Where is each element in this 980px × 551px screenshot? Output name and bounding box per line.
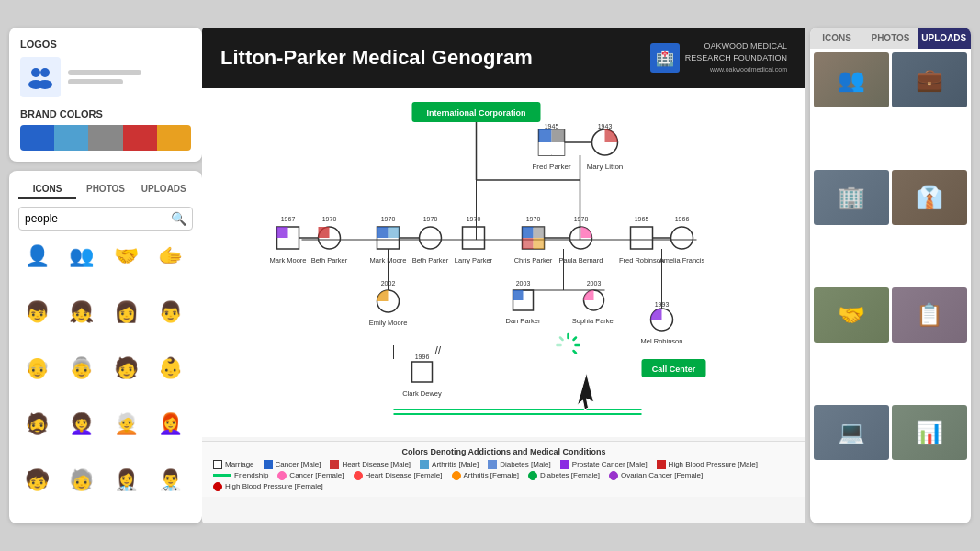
- svg-text:1970: 1970: [423, 216, 438, 222]
- genogram-title: Litton-Parker Medical Genogram: [220, 46, 533, 70]
- svg-point-0: [31, 68, 40, 77]
- legend-arthritis-female: Arthritis [Female]: [452, 471, 519, 480]
- svg-text:Mary Litton: Mary Litton: [587, 163, 624, 171]
- icon-item[interactable]: 👤: [18, 238, 55, 275]
- svg-text://: //: [435, 344, 442, 357]
- photo-item[interactable]: 💻: [814, 405, 889, 460]
- svg-point-34: [420, 227, 442, 249]
- org-name: OAKWOOD MEDICALRESEARCH FOUNDATIONwww.oa…: [685, 40, 787, 75]
- svg-rect-29: [377, 227, 389, 238]
- icon-item[interactable]: 👨: [152, 294, 189, 331]
- legend-bloodpressure-female: High Blood Pressure [Female]: [213, 482, 323, 491]
- icon-item[interactable]: 👩‍⚕️: [107, 462, 144, 499]
- svg-text:Beth Parker: Beth Parker: [311, 256, 348, 264]
- svg-line-86: [574, 337, 577, 340]
- legend-bloodpressure-male: High Blood Pressure [Male]: [657, 460, 758, 469]
- genogram-svg: International Corporation Fred Parker 19…: [202, 88, 805, 437]
- svg-text:Amelia Francis: Amelia Francis: [659, 256, 705, 264]
- photo-item[interactable]: 📋: [892, 287, 967, 343]
- right-panel-tabs: ICONS PHOTOS UPLOADS: [810, 28, 971, 49]
- icon-item[interactable]: 👦: [18, 294, 55, 331]
- svg-point-1: [40, 68, 50, 77]
- photo-item[interactable]: 🤝: [814, 287, 889, 343]
- svg-text:1970: 1970: [467, 216, 481, 222]
- icon-item[interactable]: 👧: [63, 294, 100, 331]
- legend-items: Marriage Cancer [Male] Heart Disease [Ma…: [213, 460, 794, 491]
- swatch-blue[interactable]: [20, 125, 54, 151]
- logo-preview: [20, 57, 191, 97]
- swatch-red[interactable]: [123, 125, 157, 151]
- icon-item[interactable]: 🧓: [63, 462, 100, 499]
- logo-icon: [20, 57, 61, 97]
- svg-text:Mel Robinson: Mel Robinson: [641, 337, 683, 345]
- svg-rect-42: [534, 227, 545, 238]
- svg-text:Fred Robinson: Fred Robinson: [619, 256, 664, 264]
- svg-text:1967: 1967: [281, 216, 296, 222]
- svg-text:1993: 1993: [655, 301, 670, 308]
- right-tab-icons[interactable]: ICONS: [810, 28, 863, 49]
- icons-panel: ICONS PHOTOS UPLOADS 🔍 👤 👥 🤝 🫱 👦 👧 👩 👨 👴…: [9, 171, 202, 523]
- svg-text:Chris Parker: Chris Parker: [514, 256, 553, 264]
- icon-item[interactable]: 🧑: [107, 350, 144, 387]
- svg-text:1978: 1978: [574, 216, 589, 222]
- legend-diabetes-male: Diabetes [Male]: [488, 460, 551, 469]
- legend-prostate-male: Prostate Cancer [Male]: [560, 460, 648, 469]
- right-tab-uploads[interactable]: UPLOADS: [918, 28, 971, 49]
- icon-item[interactable]: 🧔: [18, 406, 55, 443]
- swatch-gray[interactable]: [88, 125, 122, 151]
- svg-text:1970: 1970: [381, 216, 396, 222]
- photo-item[interactable]: 💼: [892, 52, 967, 107]
- logos-title: LOGOS: [20, 39, 191, 50]
- legend-marriage: Marriage: [213, 460, 254, 469]
- icon-item[interactable]: 👴: [18, 350, 55, 387]
- left-panel: LOGOS BRAND COLORS: [9, 28, 202, 523]
- svg-rect-51: [631, 227, 653, 249]
- legend-heartdisease-female: Heart Disease [Female]: [354, 471, 443, 480]
- svg-text:2003: 2003: [587, 280, 602, 287]
- svg-text:Mark Moore: Mark Moore: [269, 256, 306, 264]
- org-logo-icon: 🏥: [650, 43, 680, 73]
- logo-line-2: [68, 79, 123, 84]
- svg-rect-30: [389, 227, 400, 238]
- icon-item[interactable]: 👨‍⚕️: [152, 462, 189, 499]
- swatch-yellow[interactable]: [157, 125, 191, 151]
- svg-text:2002: 2002: [381, 280, 396, 287]
- svg-text:Call Center: Call Center: [652, 365, 696, 374]
- color-swatches: [20, 125, 191, 151]
- svg-rect-78: [412, 362, 433, 382]
- brand-colors-title: BRAND COLORS: [20, 108, 191, 119]
- photo-item[interactable]: 👥: [814, 52, 889, 107]
- main-canvas: Litton-Parker Medical Genogram 🏥 OAKWOOD…: [202, 28, 805, 523]
- svg-text:Dan Parker: Dan Parker: [506, 317, 541, 325]
- photo-item[interactable]: 🏢: [814, 170, 889, 225]
- icon-item[interactable]: 👵: [63, 350, 100, 387]
- org-logo: 🏥 OAKWOOD MEDICALRESEARCH FOUNDATIONwww.…: [650, 40, 787, 75]
- icon-item[interactable]: 👩‍🦰: [152, 406, 189, 443]
- swatch-lightblue[interactable]: [54, 125, 88, 151]
- svg-rect-44: [534, 238, 545, 249]
- svg-point-55: [671, 227, 693, 249]
- photo-item[interactable]: 📊: [892, 405, 967, 460]
- icon-item[interactable]: 🫱: [152, 238, 189, 275]
- icon-item[interactable]: 🤝: [107, 238, 144, 275]
- photos-grid: 👥 💼 🏢 👔 🤝 📋 💻 📊: [810, 49, 971, 523]
- icon-item[interactable]: 🧑‍🦳: [107, 406, 144, 443]
- tab-icons[interactable]: ICONS: [18, 180, 76, 199]
- svg-text:Clark Dewey: Clark Dewey: [402, 389, 442, 398]
- search-bar[interactable]: 🔍: [18, 207, 193, 231]
- svg-rect-41: [523, 227, 534, 238]
- search-input[interactable]: [25, 212, 171, 225]
- icon-item[interactable]: 🧒: [18, 462, 55, 499]
- svg-text:Sophia Parker: Sophia Parker: [572, 317, 616, 325]
- tab-uploads[interactable]: UPLOADS: [135, 180, 193, 199]
- right-tab-photos[interactable]: PHOTOS: [863, 28, 917, 49]
- legend-arthritis-male: Arthritis [Male]: [420, 460, 479, 469]
- icon-item[interactable]: 👶: [152, 350, 189, 387]
- search-icon: 🔍: [171, 211, 186, 226]
- icon-item[interactable]: 👥: [63, 238, 100, 275]
- photo-item[interactable]: 👔: [892, 170, 967, 225]
- icon-item[interactable]: 👩‍🦱: [63, 406, 100, 443]
- svg-rect-37: [463, 227, 485, 249]
- icon-item[interactable]: 👩: [107, 294, 144, 331]
- tab-photos[interactable]: PHOTOS: [76, 180, 134, 199]
